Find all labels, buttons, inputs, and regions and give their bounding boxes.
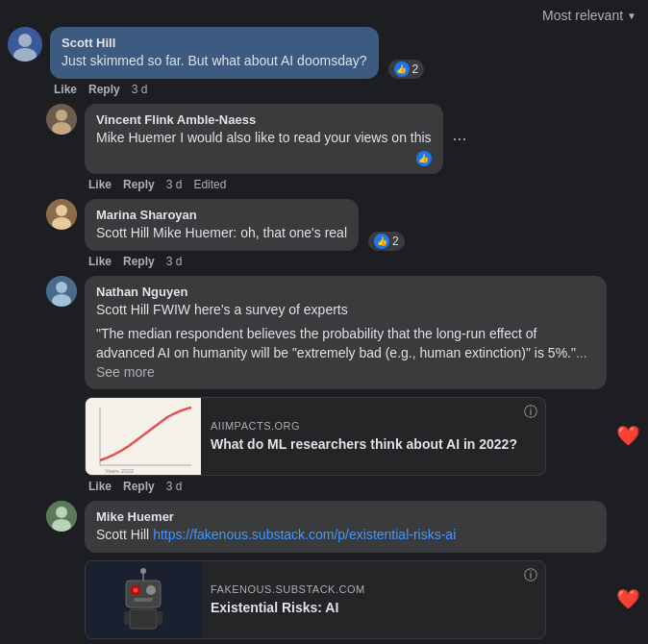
- comment-body-nathan: Nathan Nguyen Scott Hill FWIW here's a s…: [85, 276, 640, 493]
- svg-rect-20: [126, 581, 161, 607]
- svg-point-4: [56, 110, 67, 121]
- time-marina: 3 d: [166, 255, 183, 268]
- link-mike[interactable]: https://fakenous.substack.com/p/existent…: [153, 527, 456, 542]
- comment-text-mike: Scott Hill https://fakenous.substack.com…: [96, 526, 595, 545]
- link-card-nathan[interactable]: Years 2022 AIIMPACTS.ORG What do ML rese…: [85, 397, 546, 476]
- comment-vincent: Vincent Flink Amble-Naess Mike Huemer I …: [46, 104, 640, 192]
- comment-name-mike: Mike Huemer: [96, 509, 174, 524]
- svg-point-1: [18, 34, 32, 47]
- reply-btn-nathan[interactable]: Reply: [123, 480, 155, 493]
- reaction-count-scott: 2: [412, 62, 419, 76]
- comment-body-vincent: Vincent Flink Amble-Naess Mike Huemer I …: [85, 104, 640, 192]
- reply-btn-scott[interactable]: Reply: [88, 83, 120, 96]
- reaction-count-marina: 2: [392, 235, 399, 248]
- comment-bubble-scott: Scott Hill Just skimmed so far. But what…: [50, 27, 379, 79]
- like-btn-marina[interactable]: Like: [88, 255, 112, 268]
- svg-rect-27: [158, 611, 162, 625]
- reaction-badge-scott: 👍 2: [388, 60, 425, 79]
- comment-actions-marina: Like Reply 3 d: [85, 255, 640, 268]
- comment-bubble-mike: Mike Huemer Scott Hill https://fakenous.…: [85, 501, 607, 553]
- svg-rect-25: [130, 609, 157, 629]
- comment-actions-vincent: Like Reply 3 d Edited: [85, 178, 640, 191]
- heart-icon-mike: ❤️: [616, 587, 640, 639]
- thumb-icon-marina: 👍: [374, 234, 389, 249]
- avatar-marina: [46, 199, 77, 230]
- comment-mike: Mike Huemer Scott Hill https://fakenous.…: [46, 501, 640, 644]
- time-vincent: 3 d: [166, 178, 183, 191]
- comment-nathan: Nathan Nguyen Scott Hill FWIW here's a s…: [46, 276, 640, 493]
- more-btn-vincent[interactable]: ···: [449, 129, 471, 149]
- thumb-icon-scott: 👍: [394, 62, 410, 77]
- avatar-scott: [8, 27, 42, 62]
- like-btn-vincent[interactable]: Like: [88, 178, 112, 191]
- avatar-mike: [46, 501, 77, 532]
- svg-point-7: [56, 205, 67, 216]
- svg-text:Years 2022: Years 2022: [105, 468, 135, 474]
- comment-name-marina: Marina Sharoyan: [96, 208, 197, 222]
- reaction-badge-vincent-inner: 👍: [96, 151, 432, 166]
- comment-bubble-marina: Marina Sharoyan Scott Hill Mike Huemer: …: [85, 199, 359, 251]
- comment-name-scott: Scott Hill: [62, 36, 115, 50]
- comment-actions-nathan: Like Reply 3 d: [85, 480, 640, 493]
- link-card-info-nathan: AIIMPACTS.ORG What do ML researchers thi…: [201, 398, 527, 475]
- thumb-icon-vincent: 👍: [416, 151, 432, 166]
- svg-point-17: [56, 507, 67, 518]
- comments-container: Scott Hill Just skimmed so far. But what…: [0, 27, 648, 644]
- comment-text-marina: Scott Hill Mike Huemer: oh, that one's r…: [96, 224, 347, 243]
- link-card-thumb-nathan: Years 2022: [86, 398, 201, 475]
- comment-scott: Scott Hill Just skimmed so far. But what…: [8, 27, 640, 96]
- comment-actions-scott: Like Reply 3 d: [50, 83, 640, 96]
- link-card-title-nathan: What do ML researchers think about AI in…: [211, 435, 517, 453]
- sort-bar[interactable]: Most relevant ▼: [0, 0, 648, 27]
- like-btn-nathan[interactable]: Like: [88, 480, 112, 493]
- link-card-title-mike: Existential Risks: AI: [211, 599, 365, 616]
- sort-label: Most relevant: [542, 8, 623, 23]
- link-card-source-mike: FAKENOUS.SUBSTACK.COM: [211, 583, 365, 595]
- comment-body-marina: Marina Sharoyan Scott Hill Mike Huemer: …: [85, 199, 640, 268]
- time-scott: 3 d: [132, 83, 148, 96]
- heart-icon-nathan: ❤️: [616, 424, 640, 476]
- comment-name-nathan: Nathan Nguyen: [96, 285, 187, 299]
- link-card-info-mike: FAKENOUS.SUBSTACK.COM Existential Risks:…: [201, 561, 375, 638]
- comment-text-nathan: Scott Hill FWIW here's a survey of exper…: [96, 301, 595, 320]
- sort-chevron: ▼: [627, 11, 636, 21]
- svg-point-29: [140, 568, 146, 574]
- comment-bubble-nathan: Nathan Nguyen Scott Hill FWIW here's a s…: [85, 276, 607, 389]
- comment-quote-nathan: "The median respondent believes the prob…: [96, 325, 595, 382]
- comment-body-scott: Scott Hill Just skimmed so far. But what…: [50, 27, 640, 96]
- robot-image-mike: [105, 561, 182, 638]
- comment-body-mike: Mike Huemer Scott Hill https://fakenous.…: [85, 501, 640, 644]
- comment-text-scott: Just skimmed so far. But what about AI d…: [62, 52, 367, 71]
- comment-text-vincent: Mike Huemer I would also like to read yo…: [96, 129, 432, 148]
- comment-name-vincent: Vincent Flink Amble-Naess: [96, 112, 256, 127]
- link-card-mike[interactable]: FAKENOUS.SUBSTACK.COM Existential Risks:…: [85, 560, 546, 639]
- graph-image-nathan: Years 2022: [86, 398, 201, 475]
- edited-vincent: Edited: [193, 178, 226, 191]
- svg-point-22: [134, 587, 138, 592]
- avatar-nathan: [46, 276, 77, 307]
- like-btn-scott[interactable]: Like: [54, 83, 77, 96]
- see-more-nathan[interactable]: ... See more: [96, 345, 587, 380]
- svg-point-23: [146, 585, 156, 595]
- avatar-vincent: [46, 104, 77, 135]
- svg-rect-24: [134, 598, 153, 602]
- reply-btn-marina[interactable]: Reply: [123, 255, 155, 268]
- link-card-thumb-mike: [86, 561, 201, 638]
- reaction-badge-marina: 👍 2: [368, 232, 405, 251]
- reply-btn-vincent[interactable]: Reply: [123, 178, 155, 191]
- comment-marina: Marina Sharoyan Scott Hill Mike Huemer: …: [46, 199, 640, 268]
- link-card-source-nathan: AIIMPACTS.ORG: [211, 420, 517, 432]
- svg-point-10: [56, 282, 67, 293]
- info-icon-mike[interactable]: ⓘ: [524, 567, 537, 584]
- info-icon-nathan[interactable]: ⓘ: [524, 404, 537, 421]
- comment-bubble-vincent: Vincent Flink Amble-Naess Mike Huemer I …: [85, 104, 443, 175]
- svg-rect-26: [124, 611, 129, 625]
- time-nathan: 3 d: [166, 480, 183, 493]
